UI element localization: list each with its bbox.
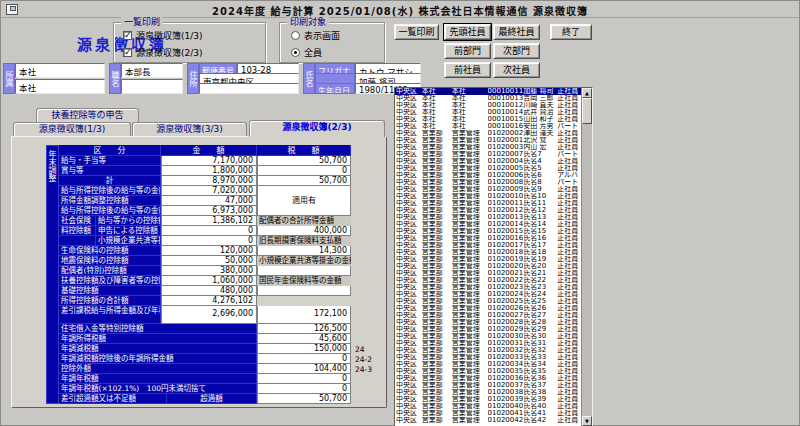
ledger-amount-cell[interactable]: 480,000 bbox=[161, 286, 257, 296]
scroll-up-icon[interactable]: ▲ bbox=[582, 88, 592, 98]
ledger-tax-cell[interactable] bbox=[257, 266, 351, 276]
ledger-tax-cell[interactable]: 0 bbox=[257, 166, 351, 176]
ledger-value-cell[interactable]: 126,500 bbox=[257, 324, 351, 334]
ledger-amount-cell[interactable]: 6,973,000 bbox=[161, 206, 257, 216]
ledger-amount-cell[interactable]: 0 bbox=[161, 236, 257, 246]
employee-row[interactable]: 中央区本社本社00010013吉岡 三郎正社員 bbox=[395, 95, 581, 102]
ledger-amount-cell[interactable]: 47,000 bbox=[161, 196, 257, 206]
position-field[interactable]: 本部長 bbox=[121, 63, 183, 78]
employee-row[interactable]: 中央区営業部営業管理01020017氏名17正社員 bbox=[395, 242, 581, 249]
employee-row[interactable]: 中央区本社本社00010015山田 和子正社員 bbox=[395, 116, 581, 123]
radio-icon[interactable] bbox=[291, 48, 300, 57]
radio-all-members[interactable]: 全員 bbox=[291, 46, 322, 59]
ledger-tax-cell[interactable] bbox=[257, 186, 351, 196]
prev-employee-button[interactable]: 前社員 bbox=[444, 62, 491, 78]
ledger-amount-cell[interactable]: 7,170,000 bbox=[161, 156, 257, 166]
employee-row[interactable]: 中央区営業部営業管理01020018氏名18正社員 bbox=[395, 249, 581, 256]
employee-row[interactable]: 中央区営業部営業管理01020040氏名40正社員 bbox=[395, 403, 581, 410]
employee-row[interactable]: 中央区営業部営業管理01020003内山 宏正社員 bbox=[395, 144, 581, 151]
employee-row[interactable]: 中央区営業部営業管理01020039氏名39正社員 bbox=[395, 396, 581, 403]
employee-row[interactable]: 中央区営業部営業管理01020007氏名7パート bbox=[395, 151, 581, 158]
radio-icon[interactable] bbox=[291, 31, 300, 40]
ledger-value-cell[interactable]: 104,400 bbox=[257, 364, 351, 374]
employee-row[interactable]: 中央区営業部営業管理01020034氏名34正社員 bbox=[395, 361, 581, 368]
employee-row[interactable]: 中央区営業部営業管理01020022氏名22正社員 bbox=[395, 277, 581, 284]
employee-row[interactable]: 中央区営業部営業管理01020016氏名16正社員 bbox=[395, 235, 581, 242]
ledger-tax-cell[interactable]: 50,700 bbox=[257, 156, 351, 166]
employee-row[interactable]: 中央区営業部営業管理01020001北沢 覚正社員 bbox=[395, 137, 581, 144]
employee-row[interactable]: 中央区営業部営業管理01020019氏名19正社員 bbox=[395, 256, 581, 263]
employee-row[interactable]: 中央区営業部営業管理01020020氏名20正社員 bbox=[395, 263, 581, 270]
employee-row[interactable]: 中央区営業部営業管理01020024氏名24正社員 bbox=[395, 291, 581, 298]
next-employee-button[interactable]: 次社員 bbox=[493, 62, 540, 78]
affiliation-field-1[interactable]: 本社 bbox=[15, 63, 105, 78]
employee-row[interactable]: 中央区本社本社00010012川崎 直夫正社員 bbox=[395, 102, 581, 109]
employee-row[interactable]: 中央区営業部営業管理01020038氏名38正社員 bbox=[395, 389, 581, 396]
ledger-amount-cell[interactable]: 8,970,000 bbox=[161, 176, 257, 186]
employee-list-scrollbar[interactable]: ▲ ▼ bbox=[581, 88, 592, 426]
last-employee-button[interactable]: 最終社員 bbox=[493, 24, 540, 40]
employee-row[interactable]: 中央区本社本社00010011加藤 将司正社員 bbox=[395, 88, 581, 95]
tab-ledger-3of3[interactable]: 源泉徴収簿(3/3) bbox=[132, 122, 247, 136]
employee-row[interactable]: 中央区営業部営業管理01020028氏名28正社員 bbox=[395, 319, 581, 326]
ledger-amount-cell[interactable]: 1,060,000 bbox=[161, 276, 257, 286]
employee-row[interactable]: 中央区本社本社00010014武井 賢治正社員 bbox=[395, 109, 581, 116]
employee-row[interactable]: 中央区営業部営業管理01020004氏名4正社員 bbox=[395, 158, 581, 165]
ledger-tax-cell[interactable] bbox=[257, 206, 351, 216]
ledger-amount-cell[interactable]: 1,386,102 bbox=[161, 216, 257, 226]
ledger-tax-cell[interactable] bbox=[257, 286, 351, 296]
ledger-value-cell[interactable]: 150,000 bbox=[257, 344, 351, 354]
exit-button[interactable]: 終了 bbox=[550, 24, 592, 40]
ledger-amount-cell[interactable]: 380,000 bbox=[161, 266, 257, 276]
position-field-2[interactable] bbox=[121, 79, 183, 94]
employee-row[interactable]: 中央区営業部営業管理01020015氏名15正社員 bbox=[395, 228, 581, 235]
ledger-amount-cell[interactable]: 50,000 bbox=[161, 256, 257, 266]
employee-row[interactable]: 中央区営業部営業管理01020009氏名9正社員 bbox=[395, 186, 581, 193]
affiliation-field-2[interactable]: 本社 bbox=[15, 79, 105, 94]
next-dept-button[interactable]: 次部門 bbox=[493, 43, 540, 59]
ledger-tax-cell[interactable]: 172,100 bbox=[257, 306, 351, 324]
radio-display-screen[interactable]: 表示画面 bbox=[291, 29, 340, 42]
scroll-thumb[interactable] bbox=[582, 98, 592, 124]
first-employee-button[interactable]: 先頭社員 bbox=[444, 24, 491, 40]
ledger-amount-cell[interactable]: 120,000 bbox=[161, 246, 257, 256]
employee-row[interactable]: 中央区営業部営業管理01020033氏名33正社員 bbox=[395, 354, 581, 361]
employee-row[interactable]: 中央区営業部営業管理01020031氏名31正社員 bbox=[395, 340, 581, 347]
ledger-tax-cell[interactable]: 適用有 bbox=[257, 196, 351, 206]
checkbox-ledger-1of3[interactable]: 源泉徴収簿(1/3) bbox=[123, 29, 203, 42]
list-print-button[interactable]: 一覧印刷 bbox=[394, 24, 439, 40]
employee-row[interactable]: 中央区営業部営業管理01020037氏名37正社員 bbox=[395, 382, 581, 389]
ledger-value-cell[interactable]: 50,700 bbox=[257, 394, 351, 404]
employee-row[interactable]: 中央区営業部営業管理01020027氏名27正社員 bbox=[395, 312, 581, 319]
employee-row[interactable]: 中央区営業部営業管理01020030氏名30正社員 bbox=[395, 333, 581, 340]
ledger-amount-cell[interactable]: 7,020,000 bbox=[161, 186, 257, 196]
ledger-amount-cell[interactable]: 2,696,000 bbox=[161, 306, 257, 324]
employee-row[interactable]: 中央区営業部営業管理01020025氏名25正社員 bbox=[395, 298, 581, 305]
ledger-value-cell[interactable]: 0 bbox=[257, 374, 351, 384]
employee-row[interactable]: 中央区営業部営業管理01020041氏名41正社員 bbox=[395, 410, 581, 417]
employee-row[interactable]: 中央区営業部営業管理01020011氏名11正社員 bbox=[395, 200, 581, 207]
ledger-tax-cell[interactable]: 400,000 bbox=[257, 226, 351, 236]
ledger-value-cell[interactable]: 45,600 bbox=[257, 334, 351, 344]
employee-row[interactable]: 中央区営業部営業管理01020026氏名26正社員 bbox=[395, 305, 581, 312]
checkbox-ledger-2of3[interactable]: 源泉徴収簿(2/3) bbox=[123, 46, 203, 59]
employee-row[interactable]: 中央区営業部営業管理01020008氏名8パート bbox=[395, 179, 581, 186]
employee-row[interactable]: 中央区営業部営業管理01020023氏名23正社員 bbox=[395, 284, 581, 291]
tab-ledger-2of3[interactable]: 源泉徴収簿(2/3) bbox=[249, 120, 385, 137]
employee-row[interactable]: 中央区営業部営業管理01020021氏名21正社員 bbox=[395, 270, 581, 277]
employee-row[interactable]: 中央区営業部営業管理01020029氏名29正社員 bbox=[395, 326, 581, 333]
ledger-amount-cell[interactable]: 0 bbox=[161, 226, 257, 236]
ledger-amount-cell[interactable]: 4,276,102 bbox=[161, 296, 257, 306]
checkbox-icon[interactable] bbox=[123, 31, 132, 40]
address-field-2[interactable] bbox=[199, 83, 299, 94]
ledger-tax-cell[interactable]: 14,300 bbox=[257, 246, 351, 256]
ledger-amount-cell[interactable]: 1,800,000 bbox=[161, 166, 257, 176]
employee-row[interactable]: 中央区営業部営業管理01020035氏名35正社員 bbox=[395, 368, 581, 375]
employee-row[interactable]: 中央区営業部営業管理01020036氏名36正社員 bbox=[395, 375, 581, 382]
ledger-value-cell[interactable]: 0 bbox=[257, 384, 351, 394]
employee-row[interactable]: 中央区営業部営業管理01020032氏名32正社員 bbox=[395, 347, 581, 354]
ledger-value-cell[interactable]: 0 bbox=[257, 354, 351, 364]
employee-row[interactable]: 中央区営業部営業管理01020012氏名12正社員 bbox=[395, 207, 581, 214]
employee-row[interactable]: 中央区営業部営業管理01020006氏名6アルバ bbox=[395, 172, 581, 179]
checkbox-icon[interactable] bbox=[123, 48, 132, 57]
